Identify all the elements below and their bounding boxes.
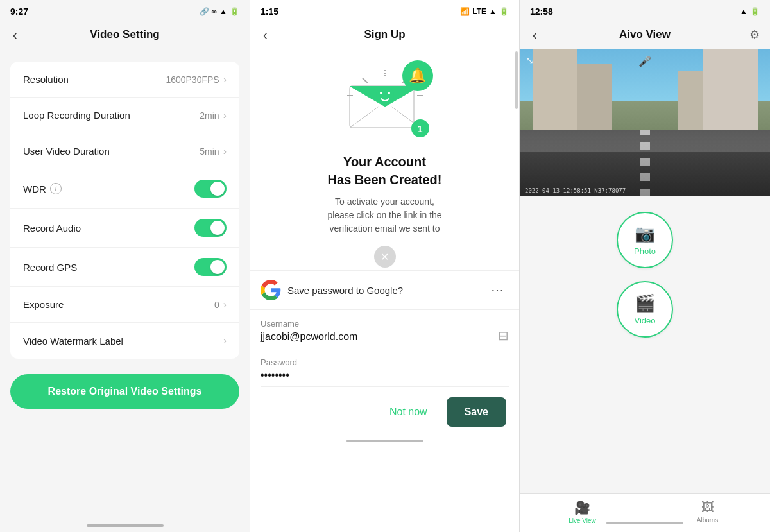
expand-icon: ⤡ <box>526 55 534 65</box>
setting-wdr: WDR i <box>10 169 239 209</box>
nav-bar-3: ‹ Aivo View ⚙ <box>520 21 770 49</box>
svg-point-1 <box>376 87 394 105</box>
battery-icon: 🔋 <box>230 7 239 16</box>
aivo-view-panel: 12:58 ▲ 🔋 ‹ Aivo View ⚙ ⤡ 🎤 2022-04-13 1… <box>520 0 770 532</box>
loop-recording-label: Loop Recording Duration <box>23 110 130 121</box>
google-save-banner: Save password to Google? ⋯ <box>250 270 519 310</box>
home-indicator-1 <box>0 519 250 532</box>
exposure-value: 0 › <box>214 299 227 311</box>
status-icons-1: 🔗 ∞ ▲ 🔋 <box>200 7 239 16</box>
action-buttons: 📷 Photo 🎬 Video <box>520 196 770 353</box>
user-video-duration-label: User Video Duration <box>23 146 110 157</box>
resolution-label: Resolution <box>23 74 69 85</box>
wdr-toggle[interactable] <box>194 180 227 198</box>
building-left-1 <box>533 49 578 130</box>
google-banner-text: Save password to Google? <box>287 285 479 296</box>
record-gps-label: Record GPS <box>23 262 77 273</box>
photo-label: Photo <box>634 246 656 256</box>
setting-record-audio: Record Audio <box>10 209 239 248</box>
setting-exposure[interactable]: Exposure 0 › <box>10 287 239 323</box>
settings-content: Resolution 1600P30FPS › Loop Recording D… <box>0 49 250 519</box>
photo-button[interactable]: 📷 Photo <box>617 212 673 268</box>
voicemail-icon: ∞ <box>212 7 218 16</box>
setting-resolution[interactable]: Resolution 1600P30FPS › <box>10 62 239 98</box>
page-title-1: Video Setting <box>90 28 159 41</box>
back-button-1[interactable]: ‹ <box>10 25 20 45</box>
google-g-icon <box>261 280 281 300</box>
username-value: jjacobi@pcworld.com <box>261 331 509 343</box>
status-bar-3: 12:58 ▲ 🔋 <box>520 0 770 21</box>
record-gps-toggle[interactable] <box>194 258 227 276</box>
signup-success-desc: To activate your account,please click on… <box>270 195 500 236</box>
user-video-duration-value: 5min › <box>200 146 227 157</box>
page-title-2: Sign Up <box>364 28 405 41</box>
record-audio-toggle-track <box>194 219 227 237</box>
resolution-value: 1600P30FPS › <box>166 74 227 85</box>
not-now-button[interactable]: Not now <box>378 399 439 425</box>
signup-form: Username jjacobi@pcworld.com ⊟ Password … <box>250 310 519 387</box>
timestamp: 2022-04-13 12:58:51 N37:78077 <box>525 187 626 194</box>
status-bar-2: 1:15 📶 LTE ▲ 🔋 <box>250 0 519 21</box>
svg-line-5 <box>363 78 368 83</box>
albums-icon: 🖼 <box>701 500 714 515</box>
back-button-3[interactable]: ‹ <box>530 25 540 45</box>
setting-video-watermark[interactable]: Video Watermark Label › <box>10 323 239 359</box>
svg-point-2 <box>380 92 382 94</box>
home-bar-1 <box>87 524 164 527</box>
page-title-3: Aivo View <box>619 28 671 41</box>
username-field[interactable]: Username jjacobi@pcworld.com ⊟ <box>261 310 509 348</box>
password-field[interactable]: Password •••••••• <box>261 348 509 387</box>
video-watermark-label: Video Watermark Label <box>23 336 123 347</box>
back-button-2[interactable]: ‹ <box>261 25 270 45</box>
wdr-info-icon[interactable]: i <box>50 183 62 194</box>
signup-buttons: Not now Save <box>250 387 519 434</box>
exposure-label: Exposure <box>23 299 64 310</box>
lte-label: LTE <box>472 7 486 16</box>
signal-icon: ▲ <box>489 7 497 16</box>
link-icon: 🔗 <box>200 7 209 16</box>
bell-badge: 🔔 <box>402 60 433 91</box>
scroll-thumb <box>515 51 518 109</box>
scroll-down-badge: ✕ <box>374 246 396 268</box>
nav-bar-1: ‹ Video Setting <box>0 21 250 49</box>
home-bar-2 <box>346 440 424 442</box>
home-indicator-3 <box>520 517 770 529</box>
envelope-container: 🔔 1 <box>343 67 427 137</box>
record-audio-toggle-thumb <box>210 221 225 235</box>
password-value: •••••••• <box>261 370 509 381</box>
battery-icon-2: 🔋 <box>499 7 509 16</box>
signal-icon-3: ▲ <box>740 7 748 16</box>
loop-recording-value: 2min › <box>200 110 227 121</box>
chevron-icon-loop: › <box>223 110 227 121</box>
chevron-icon-user-video: › <box>223 146 227 157</box>
status-icons-2: 📶 LTE ▲ 🔋 <box>460 7 509 16</box>
building-right-2 <box>678 71 703 130</box>
username-label: Username <box>261 319 509 329</box>
signup-success-title: Your AccountHas Been Created! <box>270 153 500 189</box>
google-banner-more-button[interactable]: ⋯ <box>486 280 509 300</box>
video-setting-panel: 9:27 🔗 ∞ ▲ 🔋 ‹ Video Setting Resolution … <box>0 0 250 532</box>
settings-card: Resolution 1600P30FPS › Loop Recording D… <box>10 62 239 359</box>
wdr-toggle-track <box>194 180 227 198</box>
battery-icon-3: 🔋 <box>750 7 760 16</box>
building-right-1 <box>703 49 758 130</box>
record-gps-toggle-track <box>194 258 227 276</box>
video-watermark-value: › <box>223 335 227 347</box>
chevron-icon-resolution: › <box>223 74 227 85</box>
settings-button-3[interactable]: ⚙ <box>749 28 760 42</box>
wifi-weak-icon: 📶 <box>460 7 470 16</box>
time-3: 12:58 <box>530 6 553 17</box>
restore-button[interactable]: Restore Original Video Settings <box>10 374 239 409</box>
wdr-toggle-thumb <box>210 182 225 196</box>
setting-user-video-duration[interactable]: User Video Duration 5min › <box>10 133 239 169</box>
nav-bar-2: ‹ Sign Up <box>250 21 519 49</box>
video-button[interactable]: 🎬 Video <box>617 281 673 338</box>
save-button[interactable]: Save <box>447 397 506 427</box>
record-audio-label: Record Audio <box>23 223 81 234</box>
camera-icon: 📷 <box>635 224 655 244</box>
setting-loop-recording[interactable]: Loop Recording Duration 2min › <box>10 98 239 133</box>
record-audio-toggle[interactable] <box>194 219 227 237</box>
chevron-icon-watermark: › <box>223 335 227 347</box>
live-view-icon: 🎥 <box>574 500 590 515</box>
num-badge: 1 <box>411 119 429 137</box>
